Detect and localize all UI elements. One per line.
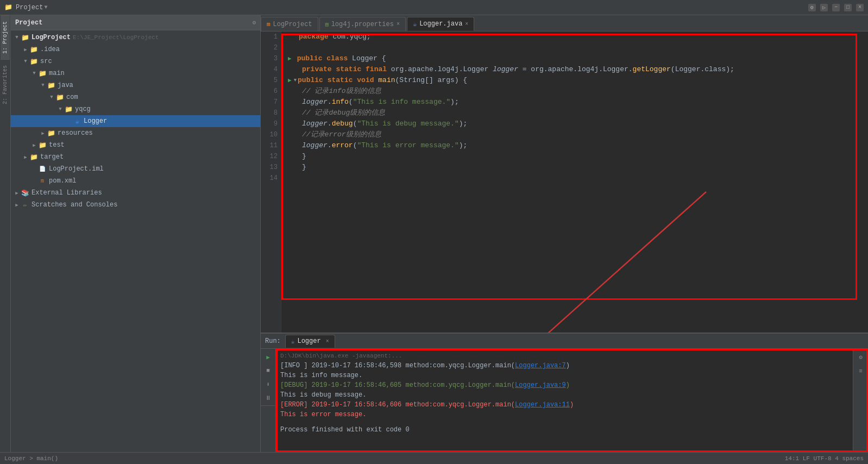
code-line-8: // 记录debug级别的信息: [288, 108, 861, 118]
run-output-cmd: D:\JDK\bin\java.exe -javaagent:...: [280, 351, 864, 361]
tab-logger[interactable]: ☕ Logger.java ×: [407, 17, 474, 31]
tree-arrow-root: ▼: [13, 34, 21, 41]
run-arrow-line3[interactable]: ▶: [288, 53, 292, 64]
run-output-debug-msg: This is debug message.: [280, 390, 864, 400]
tree-arrow-scratches: ▶: [13, 201, 21, 209]
tree-arrow-logger: [65, 117, 73, 125]
tab-label-logger: Logger.java: [419, 20, 462, 28]
title-bar-dropdown[interactable]: ▼: [44, 4, 47, 10]
run-output-error-line: [ERROR] 2019-10-17 16:58:46,606 method:c…: [280, 400, 864, 410]
run-tab-close[interactable]: ×: [326, 338, 329, 344]
run-settings-icon[interactable]: ⚙: [855, 351, 867, 363]
run-config-icon[interactable]: ▷: [820, 4, 828, 11]
run-stop-button[interactable]: ■: [262, 365, 274, 377]
tree-root[interactable]: ▼ 📁 LogProject E:\JE_Project\LogProject: [11, 32, 260, 43]
run-tab-label: Logger: [297, 337, 320, 345]
tree-item-com[interactable]: ▼ 📁 com: [11, 91, 260, 103]
tree-arrow-resources: ▶: [39, 129, 47, 137]
run-output-error-msg: This is error message.: [280, 410, 864, 419]
run-left-toolbar: ▶ ■ ⬇ ⏸: [261, 349, 276, 452]
code-line-11: logger . error ( "This is error message.…: [288, 140, 861, 151]
logger-link-9[interactable]: Logger.java:9: [515, 381, 566, 389]
left-edge-tabs: 1: Project 2: Favorites: [0, 15, 11, 452]
tree-item-idea[interactable]: ▶ 📁 .idea: [11, 43, 260, 55]
tree-item-pom[interactable]: m pom.xml: [11, 175, 260, 187]
folder-icon-main: 📁: [38, 69, 47, 78]
tree-arrow-pom: [30, 177, 38, 185]
logger-icon: ☕: [73, 117, 81, 126]
run-filter-icon[interactable]: ≡: [855, 365, 867, 377]
tree-item-logger[interactable]: ☕ Logger: [11, 115, 260, 127]
code-line-1: package com.yqcg;: [288, 32, 861, 42]
tab-logproject[interactable]: m LogProject: [261, 17, 318, 31]
run-scroll-end-button[interactable]: ⬇: [262, 378, 274, 390]
run-separator: [261, 405, 275, 417]
edge-tab-project[interactable]: 1: Project: [1, 15, 10, 59]
tab-close-logger[interactable]: ×: [465, 21, 468, 27]
tree-item-target[interactable]: ▶ 📁 target: [11, 151, 260, 163]
tab-log4j[interactable]: ▤ log4j.properties ×: [319, 17, 406, 31]
edge-tab-favorites[interactable]: 2: Favorites: [1, 59, 10, 110]
run-pause-button[interactable]: ⏸: [262, 392, 274, 404]
editor-area: m LogProject ▤ log4j.properties × ☕ Logg…: [261, 15, 868, 452]
run-play-button[interactable]: ▶: [262, 351, 274, 363]
fold-arrow-line5[interactable]: ▼: [294, 75, 297, 86]
code-line-5: ▶ ▼ public static void main ( Stri: [288, 75, 861, 86]
tree-item-main[interactable]: ▼ 📁 main: [11, 67, 260, 79]
tree-arrow-target: ▶: [22, 153, 29, 161]
code-line-12: }: [288, 151, 861, 162]
tree-item-yqcg[interactable]: ▼ 📁 yqcg: [11, 103, 260, 115]
tree-label-java: java: [58, 81, 73, 89]
iml-icon: 📄: [38, 165, 47, 173]
code-line-14: [288, 173, 861, 184]
tab-icon-logproject: m: [267, 21, 271, 28]
maximize-icon[interactable]: □: [844, 4, 852, 11]
tree-item-resources[interactable]: ▶ 📁 resources: [11, 127, 260, 139]
tree-root-path: E:\JE_Project\LogProject: [73, 34, 159, 41]
folder-icon-src: 📁: [29, 57, 38, 66]
tree-item-extlibs[interactable]: ▶ 📚 External Libraries: [11, 187, 260, 199]
tree-label-extlibs: External Libraries: [32, 189, 102, 197]
project-tree: ▼ 📁 LogProject E:\JE_Project\LogProject …: [11, 30, 260, 452]
tree-label-com: com: [66, 93, 78, 101]
logger-link-7[interactable]: Logger.java:7: [515, 362, 566, 369]
tree-label-idea: .idea: [40, 46, 60, 53]
code-line-13: }: [288, 162, 861, 173]
folder-icon-test: 📁: [38, 141, 47, 149]
code-line-6: // 记录info级别的信息: [288, 86, 861, 97]
tree-item-test[interactable]: ▶ 📁 test: [11, 139, 260, 151]
folder-icon-root: 📁: [21, 33, 29, 42]
status-text: Logger > main(): [4, 455, 58, 462]
tree-arrow-yqcg: ▼: [56, 105, 64, 113]
code-line-3: ▶ public class Logger {: [288, 53, 861, 64]
minimize-icon[interactable]: −: [832, 4, 840, 11]
title-bar-controls: ⚙ ▷ − □ ×: [808, 4, 864, 11]
tab-label-log4j: log4j.properties: [331, 21, 394, 28]
status-position: 14:1 LF UTF-8 4 spaces: [785, 455, 864, 462]
folder-icon-target: 📁: [29, 153, 38, 161]
run-arrow-line5[interactable]: ▶: [288, 75, 292, 86]
code-area: 1 2 3 4 5 6 7 8 9 10 11 12 13: [261, 32, 868, 333]
close-icon[interactable]: ×: [856, 4, 864, 11]
tree-item-src[interactable]: ▼ 📁 src: [11, 55, 260, 67]
code-line-10: //记录error级别的信息: [288, 129, 861, 140]
tree-arrow-com: ▼: [48, 93, 55, 101]
gear-icon[interactable]: ⚙: [252, 19, 256, 26]
project-panel-header: Project ⚙: [11, 15, 260, 30]
tab-close-log4j[interactable]: ×: [397, 21, 400, 27]
tree-item-iml[interactable]: 📄 LogProject.iml: [11, 163, 260, 175]
folder-icon-idea: 📁: [29, 45, 38, 54]
tree-item-scratches[interactable]: ▶ ✏ Scratches and Consoles: [11, 199, 260, 211]
tab-label-logproject: LogProject: [273, 21, 312, 28]
tree-label-resources: resources: [58, 129, 93, 137]
tree-item-java[interactable]: ▼ 📁 java: [11, 79, 260, 91]
run-tab-logger[interactable]: ☕ Logger ×: [285, 335, 335, 348]
logger-link-11[interactable]: Logger.java:11: [515, 401, 570, 409]
run-output-info-msg: This is info message.: [280, 371, 864, 380]
run-header: Run: ☕ Logger ×: [261, 334, 868, 349]
folder-icon-yqcg: 📁: [64, 105, 73, 114]
tree-arrow-java: ▼: [39, 81, 47, 89]
code-container: 1 2 3 4 5 6 7 8 9 10 11 12 13: [261, 32, 868, 333]
tree-label-logger: Logger: [84, 117, 107, 125]
settings-icon[interactable]: ⚙: [808, 4, 816, 11]
